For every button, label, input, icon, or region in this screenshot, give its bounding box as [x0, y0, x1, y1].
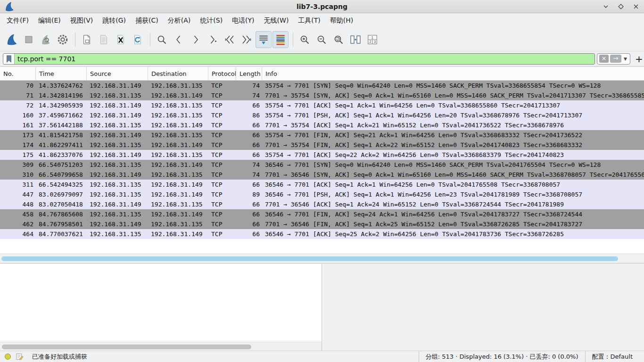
packet-row-72[interactable]: 7214.342905939192.168.31.149192.168.31.1…	[0, 100, 644, 110]
filter-apply-button[interactable]: →	[610, 55, 621, 63]
restart-capture-button[interactable]	[38, 31, 54, 48]
last-packet-icon	[240, 34, 253, 45]
capture-comment-icon[interactable]	[16, 353, 24, 361]
packet-list-hscrollbar-thumb[interactable]	[1, 256, 618, 261]
packet-row-175[interactable]: 17541.862337076192.168.31.149192.168.31.…	[0, 150, 644, 160]
packet-cell-info: 7701 → 36546 [ACK] Seq=1 Ack=24 Win=6515…	[262, 199, 644, 209]
packet-cell-destination: 192.168.31.135	[148, 150, 208, 160]
packet-list: 7014.337624762192.168.31.149192.168.31.1…	[0, 81, 644, 254]
statusbar-profile[interactable]: 配置：Default	[585, 351, 640, 362]
filter-bookmark-icon[interactable]	[3, 54, 15, 64]
packet-row-464[interactable]: 46484.770037621192.168.31.135192.168.31.…	[0, 229, 644, 239]
auto-scroll-button[interactable]	[256, 31, 272, 48]
packet-row-310[interactable]: 31066.540799658192.168.31.149192.168.31.…	[0, 170, 644, 180]
display-filter-field[interactable]	[3, 53, 595, 65]
resize-columns-button[interactable]	[347, 31, 363, 48]
column-header-protocol[interactable]: Protocol	[208, 67, 236, 80]
packet-row-173[interactable]: 17341.815421758192.168.31.149192.168.31.…	[0, 130, 644, 140]
packet-cell-protocol: TCP	[208, 170, 236, 180]
display-filter-input[interactable]	[15, 54, 594, 64]
packet-cell-time: 66.542494325	[36, 180, 87, 189]
capture-options-button[interactable]	[55, 31, 71, 48]
menu-item-w[interactable]: 无线(W)	[259, 14, 294, 27]
packet-row-160[interactable]: 16037.459671662192.168.31.149192.168.31.…	[0, 110, 644, 120]
menu-item-g[interactable]: 跳转(G)	[98, 14, 131, 27]
open-file-button[interactable]	[79, 31, 95, 48]
packet-cell-info: 36546 → 7701 [PSH, ACK] Seq=1 Ack=1 Win=…	[262, 189, 644, 199]
close-file-button[interactable]	[113, 31, 129, 48]
packet-cell-protocol: TCP	[208, 209, 236, 219]
packet-bytes-pane[interactable]	[322, 264, 644, 351]
packet-row-462[interactable]: 46284.767958501192.168.31.149192.168.31.…	[0, 219, 644, 229]
packet-row-161[interactable]: 16137.561442188192.168.31.135192.168.31.…	[0, 120, 644, 130]
close-button[interactable]	[631, 1, 641, 12]
menu-item-e[interactable]: 编辑(E)	[33, 14, 66, 27]
zoom-out-button[interactable]	[314, 31, 330, 48]
packet-cell-info: 36546 → 7701 [FIN, ACK] Seq=24 Ack=1 Win…	[262, 209, 644, 219]
next-packet-button[interactable]	[188, 31, 204, 48]
column-layout-button[interactable]: 123	[364, 31, 380, 48]
menu-item-c[interactable]: 捕获(C)	[131, 14, 163, 27]
go-to-packet-button[interactable]	[205, 31, 221, 48]
first-packet-button[interactable]	[222, 31, 238, 48]
packet-cell-protocol: TCP	[208, 90, 236, 100]
toolbar-separator	[293, 33, 293, 47]
column-layout-icon: 123	[366, 33, 379, 46]
packet-cell-source: 192.168.31.149	[87, 150, 148, 160]
zoom-reset-button[interactable]	[330, 31, 347, 48]
packet-cell-source: 192.168.31.135	[87, 229, 148, 239]
previous-packet-button[interactable]	[171, 31, 187, 48]
titlebar[interactable]: lib7-3.pcapng	[0, 0, 644, 13]
menu-item-y[interactable]: 电话(Y)	[227, 14, 259, 27]
packet-cell-destination: 192.168.31.149	[148, 140, 208, 150]
packet-list-hscrollbar[interactable]	[0, 254, 644, 263]
menu-item-f[interactable]: 文件(F)	[2, 14, 33, 27]
filter-dropdown-caret-icon[interactable]: ▼	[623, 57, 628, 61]
zoom-in-button[interactable]	[297, 31, 313, 48]
column-header-length[interactable]: Length	[236, 67, 262, 80]
find-packet-button[interactable]	[154, 31, 170, 48]
menu-item-s[interactable]: 统计(S)	[195, 14, 227, 27]
packet-row-174[interactable]: 17441.862297411192.168.31.135192.168.31.…	[0, 140, 644, 150]
auto-scroll-icon	[257, 33, 270, 46]
packet-cell-protocol: TCP	[208, 160, 236, 170]
column-header-no[interactable]: No.	[0, 67, 36, 80]
filter-clear-button[interactable]: ×	[599, 55, 609, 63]
packet-cell-info: 7701 → 35754 [FIN, ACK] Seq=1 Ack=22 Win…	[262, 140, 644, 150]
packet-row-309[interactable]: 30966.540751203192.168.31.135192.168.31.…	[0, 160, 644, 170]
packet-cell-no: 447	[0, 189, 36, 199]
reload-file-button[interactable]	[130, 31, 146, 48]
last-packet-button[interactable]	[239, 31, 255, 48]
packet-row-311[interactable]: 31166.542494325192.168.31.135192.168.31.…	[0, 180, 644, 189]
start-capture-button[interactable]	[4, 31, 20, 48]
packet-row-458[interactable]: 45884.767865608192.168.31.135192.168.31.…	[0, 209, 644, 219]
menu-item-v[interactable]: 视图(V)	[66, 14, 98, 27]
save-file-button[interactable]	[96, 31, 112, 48]
packet-cell-time: 41.862297411	[36, 140, 87, 150]
packet-cell-no: 70	[0, 81, 36, 90]
packet-details-hscrollbar-thumb[interactable]	[2, 345, 251, 349]
menu-item-a[interactable]: 分析(A)	[163, 14, 196, 27]
menu-item-h[interactable]: 帮助(H)	[325, 14, 358, 27]
menu-item-t[interactable]: 工具(T)	[293, 14, 325, 27]
packet-cell-no: 311	[0, 180, 36, 189]
packet-row-448[interactable]: 44883.027050418192.168.31.149192.168.31.…	[0, 199, 644, 209]
packet-cell-destination: 192.168.31.149	[148, 180, 208, 189]
packet-details-hscrollbar[interactable]	[0, 342, 322, 351]
packet-row-71[interactable]: 7114.342814196192.168.31.135192.168.31.1…	[0, 90, 644, 100]
expert-info-icon[interactable]	[5, 354, 11, 360]
column-header-source[interactable]: Source	[87, 67, 148, 80]
maximize-button[interactable]	[616, 1, 626, 12]
minimize-button[interactable]	[601, 1, 611, 12]
column-header-info[interactable]: Info	[262, 67, 644, 80]
packet-cell-protocol: TCP	[208, 120, 236, 130]
colorize-button[interactable]	[272, 31, 289, 48]
column-header-destination[interactable]: Destination	[148, 67, 208, 80]
packet-details-pane[interactable]	[0, 264, 322, 351]
filter-add-button[interactable]: +	[635, 53, 643, 65]
stop-capture-button[interactable]	[21, 31, 37, 48]
packet-row-70[interactable]: 7014.337624762192.168.31.149192.168.31.1…	[0, 81, 644, 90]
column-header-time[interactable]: Time	[36, 67, 87, 80]
packet-row-447[interactable]: 44783.026979097192.168.31.135192.168.31.…	[0, 189, 644, 199]
packet-cell-time: 84.767958501	[36, 219, 87, 229]
